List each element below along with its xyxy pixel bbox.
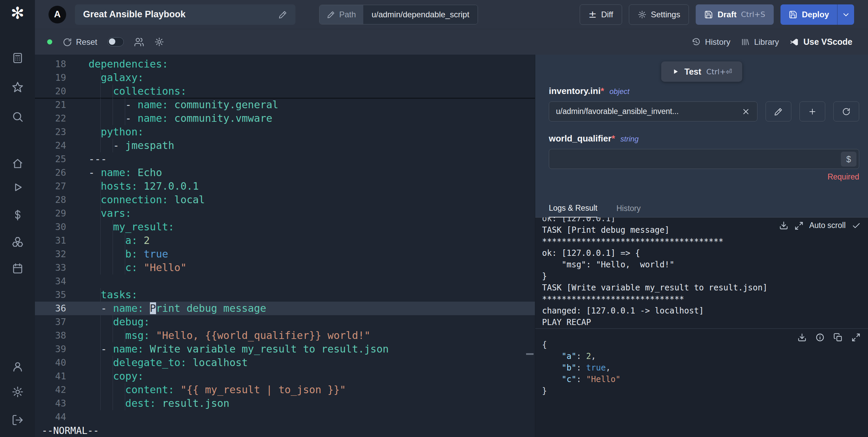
library-button[interactable]: Library bbox=[740, 37, 779, 47]
result-pane[interactable]: { "a": 2, "b": true, "c": "Hello"} bbox=[535, 328, 868, 437]
editor-line-18[interactable]: 18dependencies: bbox=[35, 57, 535, 71]
status-dot bbox=[47, 39, 52, 44]
deploy-dropdown-button[interactable] bbox=[837, 4, 854, 25]
editor-line-43[interactable]: 43dest: result.json bbox=[35, 397, 535, 410]
copy-result-icon[interactable] bbox=[833, 333, 843, 342]
result-line: } bbox=[542, 385, 868, 397]
home-icon[interactable] bbox=[12, 157, 24, 170]
editor-line-24[interactable]: 24- jmespath bbox=[35, 139, 535, 152]
use-vscode-label: Use VScode bbox=[803, 37, 852, 47]
runs-icon[interactable] bbox=[12, 181, 24, 193]
settings-button[interactable]: Settings bbox=[629, 4, 689, 25]
settings-label: Settings bbox=[651, 10, 680, 19]
editor-line-38[interactable]: 38msg: "Hello, {{world_qualifier}} world… bbox=[35, 329, 535, 342]
use-vscode-button[interactable]: Use VScode bbox=[789, 37, 852, 47]
download-logs-icon[interactable] bbox=[779, 221, 788, 230]
path-group[interactable]: Path u/admin/dependable_script bbox=[319, 5, 478, 24]
line-content bbox=[66, 274, 89, 288]
editor-line-34[interactable]: 34 bbox=[35, 274, 535, 288]
log-line: } bbox=[542, 270, 868, 282]
editor-settings-button[interactable] bbox=[154, 37, 164, 47]
line-content: - name: Echo bbox=[66, 166, 162, 179]
line-number: 20 bbox=[35, 84, 66, 98]
variables-icon[interactable] bbox=[12, 209, 24, 221]
code-editor[interactable]: 18dependencies:19galaxy:20collections:21… bbox=[35, 55, 535, 437]
tab-history[interactable]: History bbox=[616, 204, 641, 217]
reset-button[interactable]: Reset bbox=[62, 37, 97, 47]
log-line: ***************************** bbox=[542, 293, 868, 305]
add-resource-button[interactable] bbox=[799, 101, 825, 121]
editor-line-36[interactable]: 36- name: Print debug message bbox=[35, 302, 535, 315]
info-icon[interactable] bbox=[815, 333, 825, 342]
editor-line-19[interactable]: 19galaxy: bbox=[35, 71, 535, 84]
collaborators-button[interactable] bbox=[134, 37, 144, 47]
log-line: TASK [Write variable my_result to result… bbox=[542, 282, 868, 293]
result-line: "c": "Hello" bbox=[542, 374, 868, 385]
inventory-resource-input[interactable]: u/admin/favorable_ansible_invent... bbox=[549, 101, 757, 121]
path-edit-section[interactable]: Path bbox=[320, 5, 363, 24]
editor-line-44[interactable]: 44 bbox=[35, 410, 535, 424]
path-label: Path bbox=[339, 10, 356, 19]
editor-line-33[interactable]: 33c: "Hello" bbox=[35, 261, 535, 274]
editor-line-37[interactable]: 37debug: bbox=[35, 315, 535, 329]
refresh-resource-button[interactable] bbox=[833, 101, 859, 121]
expand-result-icon[interactable] bbox=[851, 333, 861, 342]
plus-minus-icon: ± bbox=[589, 10, 597, 19]
editor-line-23[interactable]: 23python: bbox=[35, 125, 535, 139]
user-icon[interactable] bbox=[12, 361, 24, 373]
star-icon[interactable] bbox=[12, 81, 24, 93]
line-content: a: 2 bbox=[66, 234, 150, 247]
resources-icon[interactable] bbox=[12, 236, 24, 248]
insert-variable-button[interactable]: $ bbox=[841, 152, 856, 167]
line-number: 44 bbox=[35, 410, 66, 424]
logs-pane[interactable]: ok: [127.0.0.1]TASK [Print debug message… bbox=[535, 217, 868, 328]
editor-line-30[interactable]: 30my_result: bbox=[35, 220, 535, 234]
settings-icon[interactable] bbox=[12, 386, 24, 398]
script-title-box[interactable]: Great Ansible Playbook bbox=[75, 4, 295, 25]
edit-title-pencil-icon[interactable] bbox=[278, 10, 287, 19]
editor-line-41[interactable]: 41copy: bbox=[35, 369, 535, 383]
editor-line-31[interactable]: 31a: 2 bbox=[35, 234, 535, 247]
windmill-logo-icon[interactable]: ✻ bbox=[0, 3, 35, 22]
draft-button[interactable]: Draft Ctrl+S bbox=[696, 4, 774, 25]
editor-line-32[interactable]: 32b: true bbox=[35, 247, 535, 261]
editor-line-20[interactable]: 20collections: bbox=[35, 84, 535, 98]
scrollbar-marker[interactable] bbox=[526, 353, 534, 355]
tab-logs-result[interactable]: Logs & Result bbox=[549, 204, 597, 217]
editor-line-35[interactable]: 35tasks: bbox=[35, 288, 535, 302]
test-button[interactable]: Test Ctrl+⏎ bbox=[661, 61, 742, 82]
line-content: collections: bbox=[66, 84, 187, 98]
required-error: Required bbox=[549, 172, 859, 182]
line-content: dest: result.json bbox=[66, 397, 229, 410]
library-icon bbox=[740, 37, 750, 47]
expand-logs-icon[interactable] bbox=[794, 221, 803, 230]
auto-scroll-label[interactable]: Auto scroll bbox=[809, 221, 846, 230]
logout-icon[interactable] bbox=[12, 414, 24, 426]
editor-line-28[interactable]: 28connection: local bbox=[35, 193, 535, 207]
clear-resource-icon[interactable] bbox=[741, 107, 750, 116]
line-number: 37 bbox=[35, 315, 66, 329]
editor-line-26[interactable]: 26- name: Echo bbox=[35, 166, 535, 179]
editor-line-29[interactable]: 29vars: bbox=[35, 207, 535, 220]
diff-mode-toggle[interactable] bbox=[108, 37, 124, 46]
editor-line-27[interactable]: 27hosts: 127.0.0.1 bbox=[35, 179, 535, 193]
history-button[interactable]: History bbox=[691, 37, 730, 47]
editor-line-40[interactable]: 40delegate_to: localhost bbox=[35, 356, 535, 369]
diff-button[interactable]: ± Diff bbox=[580, 4, 622, 25]
edit-resource-button[interactable] bbox=[766, 101, 791, 121]
editor-line-22[interactable]: 22- name: community.vmware bbox=[35, 112, 535, 125]
line-content bbox=[66, 410, 89, 424]
deploy-button[interactable]: Deploy bbox=[780, 4, 837, 25]
schedules-icon[interactable] bbox=[12, 262, 24, 274]
check-icon[interactable] bbox=[852, 221, 861, 230]
download-result-icon[interactable] bbox=[797, 333, 807, 342]
editor-line-39[interactable]: 39- name: Write variable my_result to re… bbox=[35, 342, 535, 356]
editor-line-25[interactable]: 25--- bbox=[35, 152, 535, 166]
editor-line-21[interactable]: 21- name: community.general bbox=[35, 98, 535, 112]
editor-lines: 18dependencies:19galaxy:20collections:21… bbox=[35, 55, 535, 424]
editor-line-42[interactable]: 42content: "{{ my_result | to_json }}" bbox=[35, 383, 535, 397]
grid-icon[interactable] bbox=[12, 52, 24, 64]
qualifier-text-input[interactable]: $ bbox=[549, 149, 859, 169]
line-content: - name: community.vmware bbox=[66, 112, 272, 125]
search-icon[interactable] bbox=[12, 111, 24, 123]
